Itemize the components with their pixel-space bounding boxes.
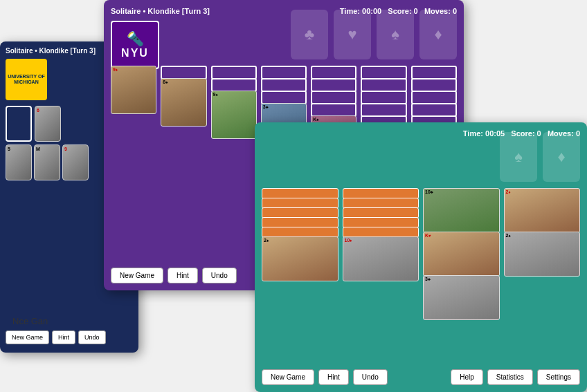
nyu-torch-icon: 🔦 <box>121 30 149 47</box>
nyu-logo-text: NYU <box>121 47 149 59</box>
waste-card-1[interactable]: 6 <box>35 106 61 142</box>
col3-face-card[interactable]: 9♠ <box>211 91 257 139</box>
f-col3-face3[interactable]: 3♣ <box>423 275 500 320</box>
mid-left-button-group: New Game Hint Undo <box>111 268 237 283</box>
front-foundation-diamond[interactable]: ♦ <box>543 132 580 182</box>
col6-back-2 <box>361 78 406 92</box>
f-col4-face[interactable]: 2♦ <box>504 188 581 233</box>
tableau-col-2: 8♠ <box>161 66 206 189</box>
front-col-3: 10♣ K♥ 3♣ <box>423 188 500 320</box>
col6-back-3 <box>361 91 406 104</box>
michigan-logo: UNIVERSITY OF MICHIGAN <box>6 59 47 100</box>
front-col-1: 2♠ <box>262 188 338 320</box>
col4-back-1 <box>261 66 307 80</box>
col6-back-1 <box>361 66 406 80</box>
mid-window-title: Solitaire • Klondike [Turn 3] <box>111 7 210 15</box>
col5-back-2 <box>311 78 356 92</box>
front-foundation-spade[interactable]: ♠ <box>500 132 537 182</box>
front-help-button[interactable]: Help <box>451 369 483 385</box>
back-window-title: Solitaire • Klondike [Turn 3] <box>6 47 96 55</box>
nyu-logo[interactable]: 🔦 NYU <box>111 21 159 69</box>
logo-line1: UNIVERSITY OF <box>8 74 45 80</box>
front-hint-button[interactable]: Hint <box>318 369 349 385</box>
col7-back-3 <box>411 91 457 104</box>
back-new-game-button[interactable]: New Game <box>6 330 49 344</box>
f-col2-face[interactable]: 10♦ <box>343 236 419 281</box>
col5-back-4 <box>311 103 356 117</box>
col7-back-2 <box>411 78 457 92</box>
col7-back-4 <box>411 103 457 117</box>
foundation-diamond[interactable]: ♦ <box>419 10 457 59</box>
back-button-group: New Game Hint Undo <box>6 330 106 344</box>
col6-back-4 <box>361 103 406 117</box>
col2-face-card[interactable]: 8♠ <box>161 78 206 127</box>
tableau-card-2[interactable]: M <box>34 144 60 180</box>
tableau-col-1: 9♦ <box>111 66 156 189</box>
front-left-button-group: New Game Hint Undo <box>262 369 388 385</box>
col1-face-card[interactable]: 9♦ <box>111 66 156 114</box>
foundation-spade[interactable]: ♠ <box>377 10 414 59</box>
col5-back-1 <box>311 66 356 80</box>
front-col-4: 2♦ 2♠ <box>504 188 581 320</box>
front-right-button-group: Help Statistics Settings <box>451 369 580 385</box>
col2-back-1 <box>161 66 206 80</box>
tableau-card-1[interactable]: 5 <box>6 144 32 180</box>
back-hint-button[interactable]: Hint <box>52 330 75 344</box>
logo-line2: MICHIGAN <box>8 80 45 85</box>
col4-back-2 <box>261 78 307 92</box>
foundation-heart[interactable]: ♥ <box>334 10 371 59</box>
f-col3-face2[interactable]: K♥ <box>423 232 500 277</box>
col4-back-3 <box>261 91 307 104</box>
foundation-club[interactable]: ♣ <box>291 10 328 59</box>
front-window: Time: 00:05 Score: 0 Moves: 0 ♠ ♦ 2♠ <box>255 122 587 392</box>
mid-hint-button[interactable]: Hint <box>168 268 198 283</box>
tableau-col-3: 9♠ <box>211 66 257 189</box>
col3-back-1 <box>211 66 257 80</box>
front-undo-button[interactable]: Undo <box>353 369 388 385</box>
front-col-2: 10♦ <box>343 188 419 320</box>
front-tableau: 2♠ 10♦ 10♣ K♥ 3♣ <box>262 188 580 320</box>
col7-back-1 <box>411 66 457 80</box>
front-settings-button[interactable]: Settings <box>537 369 580 385</box>
f-col4-face2[interactable]: 2♠ <box>504 232 581 277</box>
tableau-card-3[interactable]: 9 <box>62 144 89 180</box>
f-col3-face[interactable]: 10♣ <box>423 188 500 233</box>
col3-back-2 <box>211 78 257 92</box>
col5-back-3 <box>311 91 356 104</box>
mid-undo-button[interactable]: Undo <box>202 268 237 283</box>
mid-new-game-button[interactable]: New Game <box>111 268 163 283</box>
f-col1-face[interactable]: 2♠ <box>262 236 338 281</box>
back-undo-button[interactable]: Undo <box>78 330 106 344</box>
front-foundation: ♠ ♦ <box>500 132 580 182</box>
stock-pile[interactable] <box>6 106 32 142</box>
mid-foundation: ♣ ♥ ♠ ♦ <box>291 10 457 59</box>
front-statistics-button[interactable]: Statistics <box>487 369 533 385</box>
front-new-game-button[interactable]: New Game <box>262 369 314 385</box>
nce-label: Nce Gan <box>12 316 48 326</box>
